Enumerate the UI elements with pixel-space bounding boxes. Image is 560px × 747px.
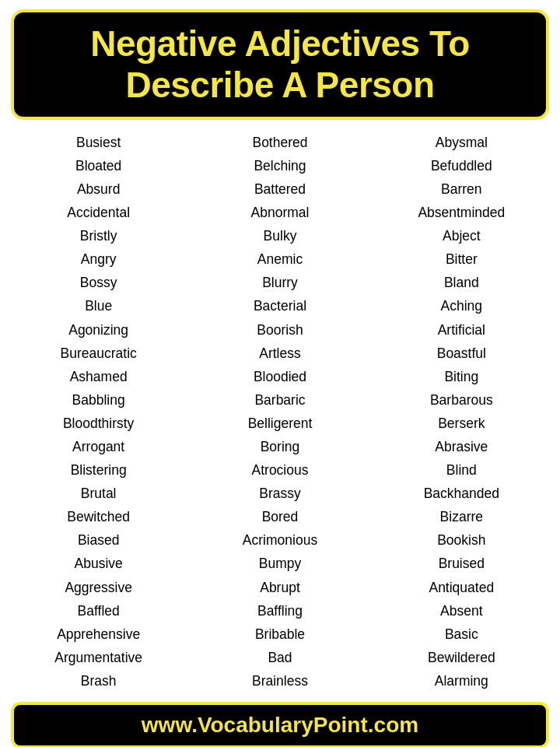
list-item: Blurry xyxy=(262,271,298,294)
footer-box: www.VocabularyPoint.com xyxy=(11,702,549,747)
column-1: BusiestBloatedAbsurdAccidentalBristlyAng… xyxy=(8,131,189,693)
list-item: Bitter xyxy=(446,247,478,271)
list-item: Bossy xyxy=(80,271,117,294)
list-item: Bloodied xyxy=(254,365,306,388)
list-item: Bacterial xyxy=(254,294,306,317)
list-item: Artificial xyxy=(438,318,485,342)
list-item: Babbling xyxy=(72,388,125,412)
list-item: Bored xyxy=(262,505,299,528)
list-item: Aggressive xyxy=(65,576,132,599)
list-item: Boastful xyxy=(437,342,486,365)
list-item: Bristly xyxy=(80,224,117,247)
list-item: Abject xyxy=(443,224,481,247)
column-2: BotheredBelchingBatteredAbnormalBulkyAne… xyxy=(189,131,370,693)
list-item: Aching xyxy=(441,294,483,317)
list-item: Befuddled xyxy=(431,154,492,177)
list-item: Bookish xyxy=(437,528,485,552)
list-item: Bewitched xyxy=(67,505,130,528)
list-item: Busiest xyxy=(76,131,121,154)
list-item: Antiquated xyxy=(429,576,494,599)
list-item: Abrupt xyxy=(260,576,300,599)
list-item: Boring xyxy=(261,435,300,458)
column-3: AbysmalBefuddledBarrenAbsentmindedAbject… xyxy=(371,131,552,693)
list-item: Basic xyxy=(445,622,478,646)
list-item: Abysmal xyxy=(436,131,488,154)
list-item: Bulky xyxy=(264,224,297,247)
list-item: Biased xyxy=(78,528,120,552)
page-title: Negative Adjectives To Describe A Person xyxy=(30,23,530,106)
list-item: Brutal xyxy=(81,482,117,505)
list-item: Bland xyxy=(444,271,479,294)
list-item: Barbarous xyxy=(430,388,493,412)
list-item: Bumpy xyxy=(259,552,301,575)
list-item: Bad xyxy=(268,646,292,669)
list-item: Bewildered xyxy=(428,646,495,669)
website-url: www.VocabularyPoint.com xyxy=(142,713,418,737)
list-item: Berserk xyxy=(438,412,485,435)
list-item: Brainless xyxy=(252,669,308,693)
list-item: Artless xyxy=(259,342,300,365)
list-item: Abusive xyxy=(75,552,123,575)
list-item: Arrogant xyxy=(72,435,124,458)
list-item: Brash xyxy=(81,669,117,693)
list-item: Bizarre xyxy=(440,505,483,528)
list-item: Biting xyxy=(444,365,478,388)
list-item: Bothered xyxy=(252,131,307,154)
list-item: Baffled xyxy=(78,599,120,622)
list-item: Brassy xyxy=(259,482,300,505)
list-item: Bribable xyxy=(255,622,305,646)
list-item: Blue xyxy=(85,294,112,317)
list-item: Boorish xyxy=(257,318,303,342)
list-item: Bloodthirsty xyxy=(63,412,134,435)
list-item: Bruised xyxy=(439,552,485,575)
list-item: Absentminded xyxy=(418,201,505,224)
list-item: Belligerent xyxy=(248,412,313,435)
list-item: Blind xyxy=(446,458,477,482)
list-item: Angry xyxy=(81,247,117,271)
list-item: Baffling xyxy=(257,599,303,622)
list-item: Acrimonious xyxy=(243,528,317,552)
list-item: Blistering xyxy=(71,458,127,482)
list-item: Agonizing xyxy=(68,318,128,342)
list-item: Absent xyxy=(440,599,482,622)
list-item: Abrasive xyxy=(435,435,488,458)
word-grid: BusiestBloatedAbsurdAccidentalBristlyAng… xyxy=(0,126,560,699)
list-item: Barren xyxy=(441,177,482,201)
list-item: Belching xyxy=(254,154,306,177)
list-item: Barbaric xyxy=(254,388,305,412)
list-item: Ashamed xyxy=(70,365,128,388)
list-item: Bloated xyxy=(75,154,121,177)
header-box: Negative Adjectives To Describe A Person xyxy=(11,9,549,120)
list-item: Abnormal xyxy=(251,201,310,224)
list-item: Atrocious xyxy=(252,458,309,482)
list-item: Battered xyxy=(254,177,306,201)
list-item: Anemic xyxy=(257,247,303,271)
list-item: Apprehensive xyxy=(57,622,140,646)
list-item: Backhanded xyxy=(424,482,499,505)
list-item: Argumentative xyxy=(54,646,142,669)
list-item: Bureaucratic xyxy=(61,342,137,365)
list-item: Alarming xyxy=(435,669,488,693)
list-item: Accidental xyxy=(67,201,130,224)
list-item: Absurd xyxy=(77,177,120,201)
